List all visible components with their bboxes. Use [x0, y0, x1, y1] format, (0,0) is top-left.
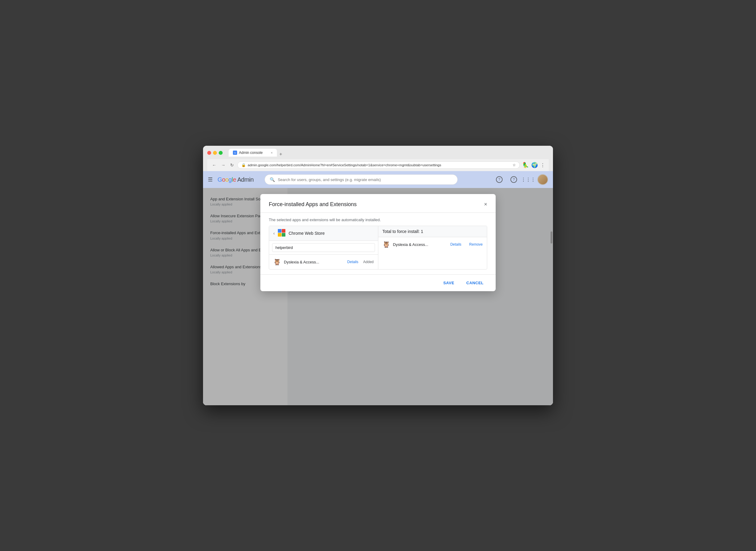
help-icon: ? — [511, 176, 517, 183]
app-details-link[interactable]: Details — [347, 260, 358, 264]
support-icon: ? — [496, 176, 503, 183]
modal-header: Force-installed Apps and Extensions × — [260, 194, 496, 213]
active-tab[interactable]: G Admin console × — [229, 149, 277, 157]
url-text: admin.google.com/helperbird.com/AdminHom… — [248, 163, 441, 167]
hamburger-menu-icon[interactable]: ☰ — [208, 176, 213, 183]
app-name: Dyslexia & Access... — [284, 260, 344, 264]
minimize-traffic-light[interactable] — [213, 151, 217, 155]
modal-body: The selected apps and extensions will be… — [260, 213, 496, 274]
left-panel-content: 🦉 Dyslexia & Access... Details Added — [269, 255, 378, 269]
app-container: ☰ Google Admin 🔍 ? ? ⋮⋮⋮ — [203, 171, 553, 405]
maximize-traffic-light[interactable] — [219, 151, 223, 155]
close-traffic-light[interactable] — [207, 151, 211, 155]
modal-title: Force-installed Apps and Extensions — [269, 201, 356, 207]
back-button[interactable]: ← — [211, 162, 217, 168]
chrome-web-store-panel: ‹ Chrome Web Store — [269, 226, 378, 269]
force-app-remove-link[interactable]: Remove — [469, 242, 483, 246]
right-panel-header: Total to force install: 1 — [378, 226, 487, 237]
chrome-web-store-icon — [278, 229, 286, 237]
address-bar[interactable]: 🔒 admin.google.com/helperbird.com/AdminH… — [237, 161, 520, 169]
right-panel-content: 🦉 Dyslexia & Access... Details Remove — [378, 237, 487, 269]
browser-controls: G Admin console × + — [207, 149, 549, 157]
help-icon-button[interactable]: ? — [508, 174, 519, 185]
extension-icon-1[interactable]: 🦜 — [522, 162, 529, 168]
browser-titlebar: G Admin console × + ← → ↻ 🔒 admin.google… — [203, 146, 553, 171]
bookmark-icon[interactable]: ☆ — [513, 163, 516, 167]
app-name: Dyslexia & Access... — [393, 242, 448, 247]
cancel-button[interactable]: CANCEL — [462, 278, 489, 288]
left-panel-header: ‹ Chrome Web Store — [269, 226, 378, 241]
browser-menu-icon[interactable]: ⋮ — [540, 162, 545, 168]
browser-window: G Admin console × + ← → ↻ 🔒 admin.google… — [203, 146, 553, 405]
modal-overlay: Force-installed Apps and Extensions × Th… — [203, 188, 553, 405]
tab-title: Admin console — [239, 150, 263, 155]
list-item: 🦉 Dyslexia & Access... Details Remove — [378, 238, 487, 250]
main-content: App and Extension Install Sources Locall… — [203, 188, 553, 405]
refresh-button[interactable]: ↻ — [229, 162, 235, 168]
left-panel-title: Chrome Web Store — [289, 231, 325, 236]
admin-header: ☰ Google Admin 🔍 ? ? ⋮⋮⋮ — [203, 171, 553, 188]
modal-footer: SAVE CANCEL — [260, 274, 496, 291]
app-icon-owl: 🦉 — [273, 258, 281, 265]
modal-panels: ‹ Chrome Web Store — [269, 226, 487, 269]
user-avatar[interactable] — [537, 174, 548, 185]
force-install-count: Total to force install: 1 — [383, 229, 423, 234]
modal-description: The selected apps and extensions will be… — [269, 217, 487, 222]
lock-icon: 🔒 — [241, 163, 246, 167]
extension-search-input[interactable] — [272, 243, 375, 252]
modal-close-button[interactable]: × — [484, 201, 487, 207]
extension-icon-2[interactable]: 🌍 — [531, 162, 538, 168]
force-install-modal: Force-installed Apps and Extensions × Th… — [260, 194, 496, 291]
tab-close-button[interactable]: × — [271, 151, 273, 154]
list-item: 🦉 Dyslexia & Access... Details Added — [269, 256, 378, 268]
app-icon-owl: 🦉 — [383, 241, 390, 248]
admin-search-bar[interactable]: 🔍 — [264, 174, 458, 185]
header-icons: ? ? ⋮⋮⋮ — [494, 174, 548, 185]
apps-grid-icon: ⋮⋮⋮ — [521, 177, 536, 182]
save-button[interactable]: SAVE — [438, 278, 459, 288]
forward-button[interactable]: → — [220, 162, 226, 168]
traffic-lights — [207, 151, 223, 155]
force-app-details-link[interactable]: Details — [451, 242, 462, 246]
app-added-status: Added — [363, 260, 374, 264]
back-arrow-icon[interactable]: ‹ — [273, 231, 275, 236]
support-icon-button[interactable]: ? — [494, 174, 505, 185]
force-install-panel: Total to force install: 1 🦉 Dyslexia & A… — [378, 226, 487, 269]
browser-tabs: G Admin console × + — [229, 149, 284, 157]
tab-favicon: G — [233, 150, 237, 155]
apps-grid-button[interactable]: ⋮⋮⋮ — [523, 174, 534, 185]
search-icon: 🔍 — [270, 177, 275, 182]
google-admin-logo: Google Admin — [217, 176, 254, 183]
search-input[interactable] — [278, 177, 453, 182]
new-tab-button[interactable]: + — [277, 152, 284, 157]
address-bar-icons: ☆ — [513, 163, 516, 167]
panel-search — [269, 241, 378, 255]
browser-addressbar: ← → ↻ 🔒 admin.google.com/helperbird.com/… — [207, 159, 549, 171]
